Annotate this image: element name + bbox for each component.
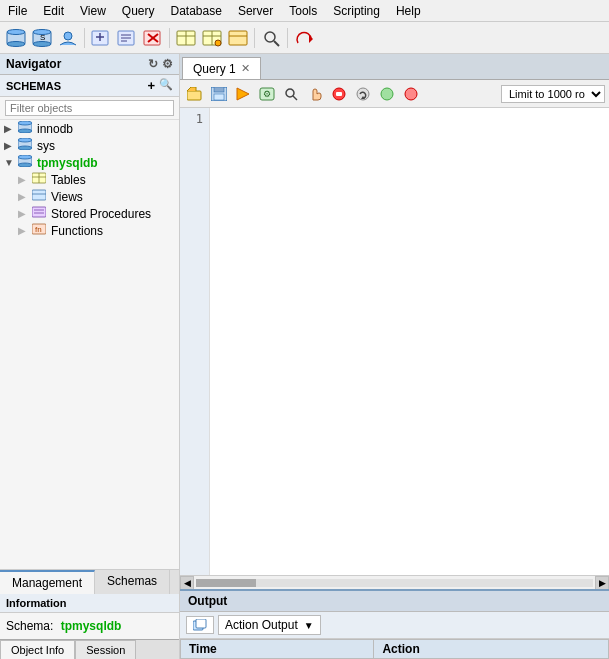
svg-point-62: [381, 88, 393, 100]
editor-content[interactable]: [210, 108, 609, 575]
toolbar-separator-2: [169, 28, 170, 48]
bottom-nav-tabs: Object Info Session: [0, 639, 179, 659]
toolbar-alter-schema[interactable]: [115, 26, 139, 50]
tables-folder-icon: [32, 172, 48, 187]
svg-point-34: [18, 138, 32, 142]
tree-label-sys: sys: [37, 139, 55, 153]
tree-item-tpmysqldb[interactable]: ▼ tpmysqldb: [0, 154, 179, 171]
output-title: Output: [188, 594, 227, 608]
svg-rect-52: [214, 94, 224, 100]
output-copy-btn[interactable]: [186, 616, 214, 634]
arrow-tpmysqldb: ▼: [4, 157, 18, 168]
filter-row: [0, 97, 179, 120]
tree-item-tables[interactable]: ▶ Tables: [0, 171, 179, 188]
qbtn-commit[interactable]: [376, 83, 398, 105]
toolbar-drop-table[interactable]: [226, 26, 250, 50]
tree-item-functions[interactable]: ▶ fn Functions: [0, 222, 179, 239]
toolbar-users[interactable]: [56, 26, 80, 50]
menu-query[interactable]: Query: [114, 2, 163, 20]
query-tab-1[interactable]: Query 1 ✕: [182, 57, 261, 79]
tab-object-info[interactable]: Object Info: [0, 640, 75, 659]
toolbar-create-table[interactable]: [174, 26, 198, 50]
svg-rect-49: [187, 91, 201, 100]
schemas-search-icon[interactable]: 🔍: [159, 78, 173, 93]
menu-edit[interactable]: Edit: [35, 2, 72, 20]
menu-view[interactable]: View: [72, 2, 114, 20]
tree-item-stored-procedures[interactable]: ▶ Stored Procedures: [0, 205, 179, 222]
schema-label: Schema:: [6, 619, 53, 633]
qbtn-save[interactable]: [208, 83, 230, 105]
menu-scripting[interactable]: Scripting: [325, 2, 388, 20]
schemas-text: SCHEMAS: [6, 80, 61, 92]
qbtn-execute[interactable]: [232, 83, 254, 105]
navigator-refresh-icon[interactable]: ↻: [148, 57, 158, 71]
schemas-add-icon[interactable]: +: [147, 78, 155, 93]
toolbar-reconnect[interactable]: [292, 26, 316, 50]
filter-input[interactable]: [5, 100, 174, 116]
dropdown-arrow-icon: ▼: [304, 620, 314, 631]
scroll-track[interactable]: [196, 579, 593, 587]
qbtn-find[interactable]: [280, 83, 302, 105]
scroll-left-btn[interactable]: ◀: [180, 576, 194, 590]
toolbar-alter-table[interactable]: [200, 26, 224, 50]
svg-rect-51: [214, 87, 224, 92]
views-folder-icon: [32, 189, 48, 204]
output-toolbar: Action Output ▼: [180, 612, 609, 639]
svg-rect-59: [336, 92, 342, 96]
horizontal-scrollbar[interactable]: ◀ ▶: [180, 575, 609, 589]
output-table: Time Action: [180, 639, 609, 659]
svg-point-56: [286, 89, 294, 97]
action-output-dropdown[interactable]: Action Output ▼: [218, 615, 321, 635]
tab-management[interactable]: Management: [0, 570, 95, 594]
menu-server[interactable]: Server: [230, 2, 281, 20]
svg-text:S: S: [40, 33, 45, 42]
right-panel: Query 1 ✕ ⚙: [180, 54, 609, 659]
schema-icon-sys: [18, 138, 34, 153]
query-tab-1-close[interactable]: ✕: [241, 62, 250, 75]
main-container: Navigator ↻ ⚙ SCHEMAS + 🔍 ▶ innodb: [0, 54, 609, 659]
qbtn-explain[interactable]: ⚙: [256, 83, 278, 105]
tree-item-views[interactable]: ▶ Views: [0, 188, 179, 205]
scroll-thumb[interactable]: [196, 579, 256, 587]
navigator-config-icon[interactable]: ⚙: [162, 57, 173, 71]
toolbar-search[interactable]: [259, 26, 283, 50]
schemas-label: SCHEMAS + 🔍: [0, 75, 179, 97]
svg-rect-42: [32, 190, 46, 200]
query-tab-1-label: Query 1: [193, 62, 236, 76]
tree-label-functions: Functions: [51, 224, 103, 238]
scroll-right-btn[interactable]: ▶: [595, 576, 609, 590]
tab-session[interactable]: Session: [75, 640, 136, 659]
svg-point-5: [33, 41, 51, 46]
toolbar-drop-schema[interactable]: [141, 26, 165, 50]
svg-point-38: [18, 163, 32, 167]
info-section-label: Information: [0, 594, 179, 613]
arrow-tables: ▶: [18, 174, 32, 185]
menu-file[interactable]: File: [0, 2, 35, 20]
qbtn-reconnect[interactable]: [352, 83, 374, 105]
menu-help[interactable]: Help: [388, 2, 429, 20]
qbtn-stop[interactable]: [328, 83, 350, 105]
limit-select[interactable]: Limit to 1000 ro: [501, 85, 605, 103]
tree-label-tables: Tables: [51, 173, 86, 187]
output-col-action: Action: [374, 640, 609, 659]
qbtn-open[interactable]: [184, 83, 206, 105]
toolbar-create-schema[interactable]: [89, 26, 113, 50]
tree-label-views: Views: [51, 190, 83, 204]
menu-database[interactable]: Database: [163, 2, 230, 20]
svg-text:fn: fn: [35, 225, 42, 234]
toolbar-separator-4: [287, 28, 288, 48]
svg-rect-44: [32, 207, 46, 217]
tree-item-sys[interactable]: ▶ sys: [0, 137, 179, 154]
tab-schemas[interactable]: Schemas: [95, 570, 170, 594]
menu-tools[interactable]: Tools: [281, 2, 325, 20]
nav-tabs: Management Schemas: [0, 569, 179, 594]
arrow-innodb: ▶: [4, 123, 18, 134]
qbtn-rollback[interactable]: [400, 83, 422, 105]
svg-text:⚙: ⚙: [263, 89, 271, 99]
qbtn-hand[interactable]: [304, 83, 326, 105]
tree-item-innodb[interactable]: ▶ innodb: [0, 120, 179, 137]
query-tabs: Query 1 ✕: [180, 54, 609, 80]
toolbar-new-connection[interactable]: [4, 26, 28, 50]
line-number-1: 1: [186, 112, 203, 126]
toolbar-manage-connections[interactable]: S: [30, 26, 54, 50]
